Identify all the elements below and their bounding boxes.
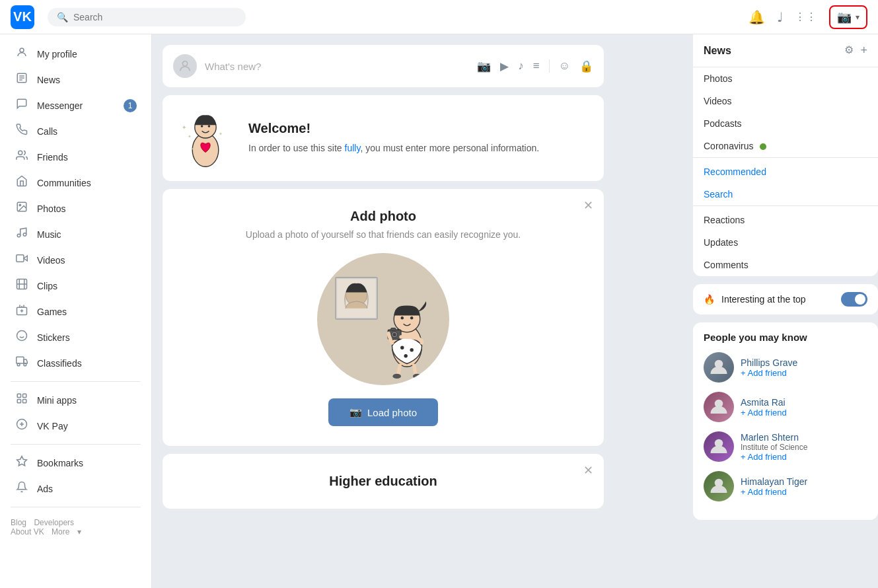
my-profile-icon — [15, 46, 29, 61]
person-info-asmita: Asmita Rai + Add friend — [741, 397, 787, 418]
add-friend-button-marlen[interactable]: + Add friend — [741, 452, 807, 462]
svg-point-54 — [392, 374, 401, 379]
svg-point-34 — [201, 125, 203, 128]
bookmarks-icon — [15, 455, 29, 470]
sidebar-item-vk-pay[interactable]: VK Pay — [4, 413, 147, 439]
camera-dropdown-arrow: ▾ — [856, 13, 860, 22]
bell-icon[interactable]: 🔔 — [749, 9, 765, 25]
news-settings-icon[interactable]: ⚙ — [844, 44, 854, 57]
post-video-icon[interactable]: ▶ — [500, 59, 509, 73]
higher-edu-title: Higher education — [176, 474, 591, 489]
person-name[interactable]: Phillips Grave — [741, 357, 797, 368]
news-add-icon[interactable]: + — [860, 44, 867, 57]
welcome-text: Welcome! In order to use this site fully… — [248, 121, 539, 155]
post-text-icon[interactable]: ≡ — [533, 59, 540, 73]
news-photos-item[interactable]: Photos — [693, 67, 878, 90]
right-panel: News ⚙ + Photos Videos Podcasts Coronavi… — [693, 34, 878, 588]
load-photo-camera-icon: 📷 — [349, 406, 362, 418]
svg-marker-30 — [17, 457, 27, 466]
interesting-bar: 🔥 Interesting at the top — [693, 284, 878, 314]
svg-rect-25 — [17, 394, 20, 397]
load-photo-button[interactable]: 📷 Load photo — [328, 398, 438, 426]
ads-label: Ads — [37, 484, 53, 494]
welcome-description: In order to use this site fully, you mus… — [248, 141, 539, 155]
footer-blog-link[interactable]: Blog — [11, 518, 26, 527]
sidebar-item-my-profile[interactable]: My profile — [4, 41, 147, 67]
svg-point-44 — [400, 346, 404, 349]
add-photo-close-button[interactable]: ✕ — [583, 198, 593, 213]
add-friend-button-phillips[interactable]: + Add friend — [741, 368, 797, 378]
add-photo-card: ✕ Add photo Upload a photo of yourself s… — [163, 189, 604, 446]
news-search-item[interactable]: Search — [693, 183, 878, 205]
sidebar-item-clips[interactable]: Clips — [4, 273, 147, 299]
svg-rect-53 — [391, 328, 396, 331]
camera-button[interactable]: 📷 ▾ — [829, 5, 867, 29]
people-panel: People you may know Phillips Grave + Add… — [693, 322, 878, 520]
person-info-marlen: Marlen Shtern Institute of Science + Add… — [741, 432, 807, 462]
sidebar-item-games[interactable]: Games — [4, 299, 147, 324]
post-box: What's new? 📷 ▶ ♪ ≡ ☺ 🔒 — [163, 45, 604, 87]
sidebar-item-photos[interactable]: Photos — [4, 196, 147, 221]
svg-point-31 — [182, 61, 187, 66]
post-input-placeholder[interactable]: What's new? — [205, 61, 469, 72]
sidebar: My profile News Messenger 1 Calls Frie — [0, 34, 152, 588]
messenger-badge: 1 — [124, 99, 137, 112]
higher-edu-close-button[interactable]: ✕ — [583, 463, 593, 478]
vk-logo[interactable]: VK — [11, 5, 34, 29]
sidebar-divider-1 — [11, 381, 141, 382]
footer-about-link[interactable]: About VK — [11, 527, 44, 536]
news-videos-item[interactable]: Videos — [693, 90, 878, 112]
post-camera-icon[interactable]: 📷 — [477, 59, 491, 73]
add-friend-button-asmita[interactable]: + Add friend — [741, 408, 787, 418]
news-updates-item[interactable]: Updates — [693, 231, 878, 254]
sidebar-item-bookmarks[interactable]: Bookmarks — [4, 450, 147, 476]
svg-point-19 — [17, 331, 27, 341]
grid-icon[interactable]: ⋮⋮ — [795, 11, 817, 23]
person-name[interactable]: Asmita Rai — [741, 397, 787, 408]
news-reactions-item[interactable]: Reactions — [693, 209, 878, 231]
add-friend-button-himalayan[interactable]: + Add friend — [741, 487, 807, 497]
news-recommended-item[interactable]: Recommended — [693, 161, 878, 183]
post-divider — [549, 59, 550, 73]
post-music-icon[interactable]: ♪ — [518, 59, 524, 73]
svg-text:✦: ✦ — [191, 147, 194, 151]
person-name[interactable]: Marlen Shtern — [741, 432, 807, 443]
search-input[interactable] — [73, 12, 237, 22]
post-smile-icon[interactable]: ☺ — [559, 59, 570, 73]
sidebar-item-messenger[interactable]: Messenger 1 — [4, 92, 147, 118]
messenger-icon — [15, 98, 29, 113]
sidebar-footer: Blog Developers About VK More ▾ — [0, 513, 151, 542]
music-sidebar-icon — [15, 227, 29, 242]
sidebar-item-music[interactable]: Music — [4, 221, 147, 247]
music-icon[interactable]: ♩ — [777, 9, 783, 25]
sidebar-item-communities[interactable]: Communities — [4, 170, 147, 196]
person-row: Phillips Grave + Add friend — [704, 352, 867, 383]
footer-more-link[interactable]: More — [52, 527, 69, 536]
sidebar-item-stickers[interactable]: Stickers — [4, 324, 147, 350]
news-podcasts-item[interactable]: Podcasts — [693, 112, 878, 135]
sidebar-item-mini-apps[interactable]: Mini apps — [4, 387, 147, 413]
search-bar[interactable]: 🔍 — [48, 8, 246, 26]
footer-developers-link[interactable]: Developers — [34, 518, 74, 527]
sidebar-item-classifieds[interactable]: Classifieds — [4, 350, 147, 376]
music-label: Music — [37, 229, 61, 240]
photos-label: Photos — [37, 203, 66, 214]
interesting-label: Interesting at the top — [721, 294, 834, 305]
sidebar-item-ads[interactable]: Ads — [4, 476, 147, 501]
sidebar-item-videos[interactable]: Videos — [4, 247, 147, 273]
sidebar-item-calls[interactable]: Calls — [4, 118, 147, 144]
fully-link[interactable]: fully — [345, 143, 361, 153]
interesting-toggle[interactable] — [841, 292, 867, 307]
person-name[interactable]: Himalayan Tiger — [741, 476, 807, 487]
svg-point-35 — [208, 125, 211, 128]
sidebar-item-friends[interactable]: Friends — [4, 144, 147, 170]
clips-label: Clips — [37, 281, 57, 291]
sidebar-item-news[interactable]: News — [4, 67, 147, 92]
post-lock-icon[interactable]: 🔒 — [579, 59, 593, 73]
news-comments-item[interactable]: Comments — [693, 254, 878, 276]
svg-point-0 — [20, 48, 24, 52]
news-coronavirus-item[interactable]: Coronavirus — [693, 135, 878, 157]
search-icon: 🔍 — [57, 12, 68, 22]
videos-icon — [15, 252, 29, 268]
person-avatar-marlen — [704, 431, 734, 462]
